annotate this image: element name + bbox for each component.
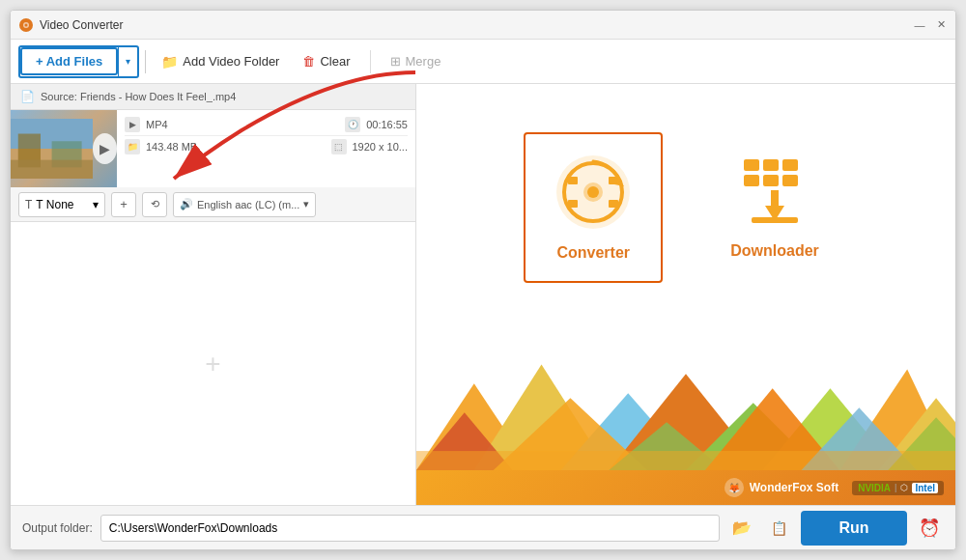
downloader-icon bbox=[736, 152, 813, 229]
svg-rect-17 bbox=[744, 159, 759, 171]
downloader-card[interactable]: Downloader bbox=[701, 132, 848, 279]
add-folder-button[interactable]: 📁 Add Video Folder bbox=[152, 49, 289, 74]
svg-rect-21 bbox=[763, 175, 779, 186]
drop-area: + bbox=[11, 222, 415, 505]
wonderfox-icon: 🦊 bbox=[724, 478, 744, 497]
play-button[interactable]: ▶ bbox=[93, 133, 117, 164]
nvidia-label: NVIDIA bbox=[858, 483, 891, 493]
nvidia-badge: NVIDIA | ⬡ Intel bbox=[852, 481, 944, 495]
size-icon: 📁 bbox=[125, 139, 140, 154]
svg-rect-11 bbox=[568, 177, 578, 184]
main-window: Video Converter — ✕ + Add Files ▾ 📁 Add … bbox=[10, 10, 956, 550]
right-panel: Converter bbox=[416, 84, 955, 505]
brand-name: WonderFox Soft bbox=[750, 481, 838, 494]
titlebar-controls: — ✕ bbox=[913, 18, 948, 32]
file-info-row: ▶ ▶ MP4 🕐 00:16:55 📁 143.48 MB ⬚ 1920 x … bbox=[11, 110, 415, 187]
clear-button[interactable]: 🗑 Clear bbox=[293, 49, 359, 73]
converter-icon bbox=[554, 154, 632, 231]
window-title: Video Converter bbox=[40, 18, 124, 32]
output-options-button[interactable]: 📋 bbox=[764, 514, 793, 543]
svg-point-2 bbox=[25, 23, 28, 26]
thumbnail-bg bbox=[11, 110, 93, 187]
svg-rect-19 bbox=[782, 159, 798, 171]
output-folder-label: Output folder: bbox=[22, 521, 93, 535]
brand-bar: 🦊 WonderFox Soft NVIDIA | ⬡ Intel bbox=[416, 470, 955, 505]
mountains-svg bbox=[416, 345, 955, 470]
app-icon bbox=[18, 17, 34, 33]
svg-rect-20 bbox=[744, 175, 759, 186]
file-header: 📄 Source: Friends - How Does It Feel_.mp… bbox=[11, 84, 415, 110]
size-detail: 📁 143.48 MB ⬚ 1920 x 10... bbox=[125, 136, 408, 157]
format-icon: ▶ bbox=[125, 117, 140, 132]
merge-icon: ⊞ bbox=[390, 54, 401, 69]
output-path-input[interactable] bbox=[100, 515, 720, 542]
intel-label: Intel bbox=[912, 483, 938, 493]
titlebar: Video Converter — ✕ bbox=[11, 11, 955, 40]
main-content: 📄 Source: Friends - How Does It Feel_.mp… bbox=[11, 84, 955, 505]
titlebar-left: Video Converter bbox=[18, 17, 124, 33]
converter-card[interactable]: Converter bbox=[524, 132, 663, 283]
converter-label: Converter bbox=[556, 244, 630, 262]
bottom-bar: Output folder: 📂 📋 Run ⏰ bbox=[11, 505, 955, 549]
schedule-button[interactable]: ⏰ bbox=[915, 514, 944, 543]
svg-rect-18 bbox=[763, 159, 779, 171]
toolbar-divider-1 bbox=[145, 50, 146, 73]
close-button[interactable]: ✕ bbox=[934, 18, 948, 32]
toolbar: + Add Files ▾ 📁 Add Video Folder 🗑 Clear… bbox=[11, 40, 955, 84]
dropdown-arrow-icon: ▾ bbox=[93, 198, 99, 211]
svg-rect-40 bbox=[416, 451, 955, 470]
svg-rect-7 bbox=[11, 160, 93, 179]
intel-icon: ⬡ bbox=[900, 483, 908, 492]
file-icon: 📄 bbox=[20, 90, 35, 103]
format-detail: ▶ MP4 🕐 00:16:55 bbox=[125, 114, 408, 136]
subtitle-edit-button[interactable]: ⟲ bbox=[142, 192, 167, 217]
clear-icon: 🗑 bbox=[302, 54, 315, 69]
welcome-tools: Converter bbox=[416, 84, 955, 345]
dropdown-arrow2-icon: ▾ bbox=[303, 198, 309, 210]
toolbar-divider-2 bbox=[370, 50, 371, 73]
output-options-bar: T T None ▾ + ⟲ 🔊 English aac (LC) (m... … bbox=[11, 187, 415, 222]
svg-rect-25 bbox=[752, 217, 798, 223]
audio-icon: 🔊 bbox=[180, 198, 193, 210]
text-icon: T bbox=[25, 198, 32, 211]
downloader-label: Downloader bbox=[730, 242, 819, 260]
add-subtitle-button[interactable]: + bbox=[111, 192, 136, 217]
svg-rect-22 bbox=[782, 175, 798, 186]
svg-rect-12 bbox=[568, 200, 578, 208]
subtitle-select[interactable]: T T None ▾ bbox=[18, 192, 105, 217]
add-files-group: + Add Files ▾ bbox=[18, 45, 139, 78]
left-panel: 📄 Source: Friends - How Does It Feel_.mp… bbox=[11, 84, 416, 505]
nvidia-separator: | bbox=[895, 483, 896, 492]
audio-label: 🔊 English aac (LC) (m... ▾ bbox=[173, 192, 316, 217]
mountains-container bbox=[416, 345, 955, 470]
svg-rect-14 bbox=[609, 200, 618, 208]
file-details: ▶ MP4 🕐 00:16:55 📁 143.48 MB ⬚ 1920 x 10… bbox=[117, 110, 415, 187]
svg-point-15 bbox=[587, 186, 599, 198]
clock-icon: 🕐 bbox=[345, 117, 360, 132]
file-thumbnail[interactable]: ▶ bbox=[11, 110, 117, 187]
run-button[interactable]: Run bbox=[801, 511, 907, 546]
add-files-button[interactable]: + Add Files bbox=[20, 47, 118, 75]
browse-folder-button[interactable]: 📂 bbox=[727, 514, 756, 543]
minimize-button[interactable]: — bbox=[913, 18, 926, 32]
folder-icon: 📁 bbox=[161, 54, 178, 70]
res-icon: ⬚ bbox=[331, 139, 347, 154]
add-files-dropdown[interactable]: ▾ bbox=[118, 47, 137, 76]
merge-button[interactable]: ⊞ Merge bbox=[381, 49, 451, 73]
